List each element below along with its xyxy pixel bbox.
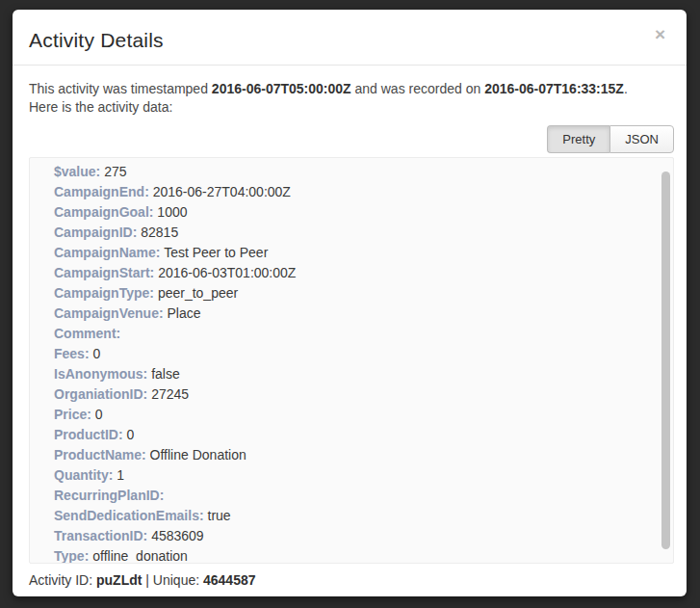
data-row: $value 275: [54, 162, 673, 182]
data-key: CampaignID: [54, 225, 137, 240]
tab-pretty[interactable]: Pretty: [547, 125, 609, 153]
data-row: SendDedicationEmails true: [54, 506, 673, 526]
data-key: Comment: [54, 326, 120, 341]
scrollbar-thumb[interactable]: [661, 172, 670, 549]
data-row: ProductID 0: [54, 425, 673, 445]
activity-data-label: Here is the activity data:: [29, 99, 172, 115]
data-key: Fees: [54, 346, 90, 361]
data-row: CampaignID 82815: [54, 223, 673, 243]
data-row: Price 0: [54, 405, 673, 425]
activity-id-value: puZLdt: [96, 572, 142, 588]
data-row: RecurringPlanID: [54, 486, 673, 506]
modal-footer: Activity ID: puZLdt | Unique: 4644587: [13, 564, 687, 596]
data-value: false: [151, 366, 180, 382]
data-row: CampaignType peer_to_peer: [54, 283, 673, 304]
data-value: true: [208, 508, 231, 523]
data-key: ProductName: [54, 447, 146, 463]
data-value: 1000: [157, 204, 187, 220]
data-value: Offline Donation: [150, 447, 246, 463]
data-row: ProductName Offline Donation: [54, 445, 673, 465]
data-key: CampaignVenue: [54, 305, 164, 321]
page-background: { "modal": { "title": "Activity Details"…: [0, 0, 700, 608]
activity-id-label: Activity ID:: [29, 572, 96, 588]
data-key: CampaignEnd: [54, 184, 149, 199]
data-row: CampaignStart 2016-06-03T01:00:00Z: [54, 263, 673, 283]
modal-header: Activity Details ×: [13, 10, 687, 66]
data-value: 0: [95, 407, 103, 422]
summary-prefix: This activity was timestamped: [29, 81, 212, 96]
data-value: 1: [117, 467, 124, 483]
data-row: Fees 0: [54, 344, 673, 364]
data-row: CampaignEnd 2016-06-27T04:00:00Z: [54, 182, 673, 202]
data-row: CampaignName Test Peer to Peer: [54, 243, 673, 263]
activity-details-modal: Activity Details × This activity was tim…: [13, 10, 687, 596]
page-title: Activity Details: [29, 29, 667, 52]
data-value: offline_donation: [92, 548, 188, 564]
modal-body: This activity was timestamped 2016-06-07…: [13, 66, 687, 564]
activity-data-panel[interactable]: $value 275 CampaignEnd 2016-06-27T04:00:…: [29, 157, 674, 564]
activity-summary-text: This activity was timestamped 2016-06-07…: [29, 80, 674, 117]
data-value: 82815: [141, 225, 178, 240]
unique-id-value: 4644587: [203, 572, 256, 588]
data-row: OrganiationID 27245: [54, 384, 673, 405]
summary-period: .: [624, 81, 628, 96]
data-row: Quantity 1: [54, 465, 673, 486]
recorded-at-value: 2016-06-07T16:33:15Z: [484, 81, 624, 96]
unique-label: Unique:: [153, 572, 203, 588]
view-mode-tabs: Pretty JSON: [29, 125, 674, 153]
data-value: Test Peer to Peer: [164, 245, 268, 260]
view-mode-button-group: Pretty JSON: [547, 125, 674, 153]
data-value: 4583609: [151, 528, 204, 543]
data-value: peer_to_peer: [158, 285, 238, 301]
data-key: SendDedicationEmails: [54, 508, 204, 523]
timestamp-value: 2016-06-07T05:00:00Z: [212, 81, 351, 96]
data-row: CampaignVenue Place: [54, 304, 673, 324]
data-value: 2016-06-27T04:00:00Z: [153, 184, 291, 199]
footer-separator: |: [142, 572, 152, 588]
close-icon[interactable]: ×: [655, 25, 665, 43]
data-value: 275: [104, 164, 126, 179]
data-key: $value: [54, 164, 100, 179]
data-value: 27245: [151, 386, 189, 402]
data-key: Price: [54, 407, 91, 422]
data-row: Type offline_donation: [54, 546, 673, 564]
data-key: CampaignType: [54, 285, 154, 301]
data-key: OrganiationID: [54, 386, 147, 402]
data-row: TransactionID 4583609: [54, 526, 673, 546]
tab-json[interactable]: JSON: [609, 125, 674, 153]
data-key: CampaignName: [54, 245, 160, 260]
data-value: 2016-06-03T01:00:00Z: [158, 265, 296, 280]
data-value: Place: [167, 305, 200, 321]
data-value: 0: [126, 427, 134, 442]
data-row: IsAnonymous false: [54, 364, 673, 384]
data-key: IsAnonymous: [54, 366, 147, 382]
data-key: RecurringPlanID: [54, 488, 164, 503]
data-row: CampaignGoal 1000: [54, 202, 673, 223]
data-key: CampaignStart: [54, 265, 154, 280]
summary-middle: and was recorded on: [351, 81, 485, 96]
data-key: CampaignGoal: [54, 204, 153, 220]
activity-data-rows: $value 275 CampaignEnd 2016-06-27T04:00:…: [54, 162, 673, 564]
data-key: TransactionID: [54, 528, 147, 543]
data-key: Type: [54, 548, 89, 564]
data-row: Comment: [54, 324, 673, 344]
data-key: Quantity: [54, 467, 113, 483]
scrollbar-track[interactable]: [661, 158, 671, 563]
data-value: 0: [92, 346, 100, 361]
data-key: ProductID: [54, 427, 123, 442]
